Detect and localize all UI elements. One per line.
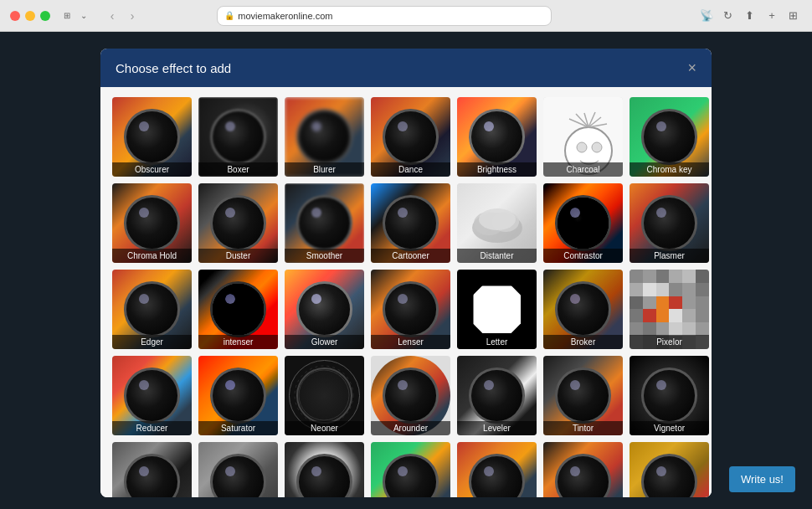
effect-thumb-greyer [198,442,278,497]
share-icon[interactable]: ⬆ [742,8,758,24]
effect-item-dance[interactable]: Dance [371,97,450,177]
effect-label-plasmer: Plasmer [630,249,709,263]
effect-item-arounder[interactable]: Arounder [371,356,450,435]
effect-item-grainer[interactable]: Grainer [112,442,192,497]
effect-item-brightness[interactable]: Brightness [457,97,537,177]
effect-label-dance: Dance [371,162,450,177]
effect-item-duster[interactable]: Duster [198,183,278,263]
effect-item-boxer[interactable]: Boxer [198,97,278,177]
minimize-window-button[interactable] [25,11,35,21]
sidebar-toggle-icon[interactable]: ⊞ [60,9,74,23]
eye-circle [296,195,352,251]
effect-item-intenser[interactable]: intenser [198,270,278,349]
effect-item-glower[interactable]: Glower [285,270,364,349]
eye-circle [296,454,352,497]
modal-close-button[interactable]: × [687,60,696,75]
effect-thumb-mirrorer [457,442,537,497]
modal-title: Choose effect to add [116,61,231,75]
effect-item-greyer[interactable]: Greyer [198,442,278,497]
effect-label-distanter: Distanter [457,249,537,263]
modal-overlay: Choose effect to add × ObscurerBoxerBlur… [0,32,812,509]
eye-circle [383,454,439,497]
effect-thumb-scratcher [371,442,450,497]
cast-icon[interactable]: 📡 [698,8,715,24]
effect-item-vignetor[interactable]: Vignetor [630,356,709,435]
effect-item-cartooner[interactable]: Cartooner [371,183,450,263]
effect-item-obscurer[interactable]: Obscurer [112,97,192,177]
svg-point-13 [299,370,349,420]
close-window-button[interactable] [10,11,20,21]
eye-circle [124,195,180,251]
eye-circle [210,454,266,497]
effect-item-chromahold[interactable]: Chroma Hold [112,183,192,263]
effect-item-scratcher[interactable]: Scratcher [371,442,450,497]
effect-item-smoother[interactable]: Smoother [285,183,364,263]
effect-label-lenser: Lenser [371,335,450,349]
eye-circle [469,368,525,424]
back-button[interactable]: ‹ [104,8,121,24]
eye-circle [641,109,697,165]
eye-circle [124,454,180,497]
browser-actions: 📡 ↻ ⬆ + ⊞ [698,8,802,24]
eye-circle [124,368,180,424]
maximize-window-button[interactable] [40,11,50,21]
effect-item-charcoal[interactable]: Charcoal [543,97,623,177]
extensions-icon[interactable]: ⊞ [785,8,802,24]
effect-item-chromakey[interactable]: Chroma key [630,97,709,177]
effect-label-broker: Broker [543,335,623,349]
eye-circle [210,195,266,251]
effect-item-plasmer[interactable]: Plasmer [630,183,709,263]
effect-label-arounder: Arounder [371,421,450,435]
effect-item-reducer[interactable]: Reducer [112,356,192,435]
effect-label-glower: Glower [285,335,364,349]
effect-item-broker[interactable]: Broker [543,270,623,349]
forward-button[interactable]: › [124,8,141,24]
write-us-button[interactable]: Write us! [729,466,795,492]
eye-circle [210,368,266,424]
effect-item-lenser[interactable]: Lenser [371,270,450,349]
effect-label-boxer: Boxer [198,162,278,177]
effect-label-chromakey: Chroma key [630,162,709,177]
effect-item-neoner[interactable]: Neoner [285,356,364,435]
effect-item-leveler[interactable]: Leveler [457,356,537,435]
chevron-down-icon[interactable]: ⌄ [77,9,90,23]
effect-item-saturator[interactable]: Saturator [198,356,278,435]
modal-header: Choose effect to add × [100,49,712,87]
url-text: moviemakeronline.com [238,11,332,21]
effect-item-sepiator[interactable]: Sepiator [630,442,709,497]
modal-body[interactable]: ObscurerBoxerBlurerDanceBrightness Charc… [100,87,712,497]
effect-item-letter[interactable]: Letter [457,270,537,349]
effect-item-edger[interactable]: Edger [112,270,192,349]
address-bar[interactable]: 🔒 moviemakeronline.com [217,6,552,26]
effect-item-tintor[interactable]: Tintor [543,356,623,435]
effect-item-distanter[interactable]: Distanter [457,183,537,263]
effect-label-charcoal: Charcoal [543,162,623,177]
eye-circle [296,281,352,337]
effect-thumb-invertor [285,442,364,497]
effect-label-cartooner: Cartooner [371,249,450,263]
effect-item-mirrorer[interactable]: Mirrorer [457,442,537,497]
effect-item-contrastor[interactable]: Contrastor [543,183,623,263]
effect-label-chromahold: Chroma Hold [112,249,192,263]
eye-circle [469,109,525,165]
effect-item-pixelor[interactable]: Pixelor [630,270,709,349]
effect-label-contrastor: Contrastor [543,249,623,263]
effect-label-pixelor: Pixelor [630,335,709,349]
svg-point-7 [577,142,587,152]
eye-circle [210,281,266,337]
effect-item-invertor[interactable]: Invertor [285,442,364,497]
browser-chrome: ⊞ ⌄ ‹ › 🔒 moviemakeronline.com 📡 ↻ ⬆ + ⊞ [0,0,812,32]
effect-item-blurer[interactable]: Blurer [285,97,364,177]
lock-icon: 🔒 [224,11,234,20]
window-controls: ⊞ ⌄ [60,9,90,23]
effect-label-blurer: Blurer [285,162,364,177]
effect-label-edger: Edger [112,335,192,349]
svg-point-14 [295,366,353,424]
effect-item-olderer[interactable]: Olderer [543,442,623,497]
effects-grid: ObscurerBoxerBlurerDanceBrightness Charc… [112,97,700,497]
eye-circle [383,368,439,424]
new-tab-icon[interactable]: + [763,8,780,24]
effect-thumb-grainer [112,442,192,497]
effect-label-tintor: Tintor [543,421,623,435]
refresh-icon[interactable]: ↻ [720,8,737,24]
